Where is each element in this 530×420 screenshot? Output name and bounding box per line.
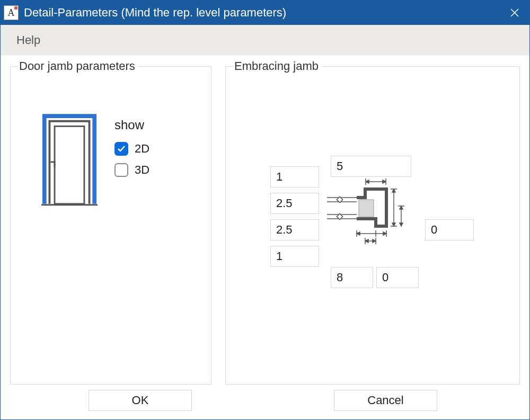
close-icon [510,8,519,17]
dialog-body: Door jamb parameters [1,56,529,419]
close-button[interactable] [500,1,529,25]
checkbox-3d[interactable]: 3D [114,163,149,177]
app-icon-letter: A [8,7,15,19]
title-bar: A Detail-Parameters (Mind the rep. level… [1,1,529,25]
jamb-param-area: 5 1 2.5 2.5 1 0 8 0 [233,81,512,303]
app-icon: A [4,5,19,20]
svg-marker-22 [392,223,395,226]
svg-rect-6 [359,200,374,217]
checkbox-3d-box [114,163,128,177]
input-right[interactable]: 0 [425,219,474,240]
svg-marker-25 [400,206,403,209]
checkbox-3d-label: 3D [135,163,149,177]
panel-door-jamb-title: Door jamb parameters [18,59,138,73]
panel-embracing-jamb: Embracing jamb 5 1 2.5 2.5 1 0 8 0 [225,66,520,385]
door-icon [41,112,98,208]
checkbox-2d[interactable]: 2D [114,142,149,156]
svg-marker-37 [373,239,376,243]
svg-marker-36 [365,239,368,243]
svg-marker-26 [400,223,403,226]
input-left-1[interactable]: 1 [270,166,319,187]
dialog-window: A Detail-Parameters (Mind the rep. level… [0,0,530,420]
ok-button[interactable]: OK [89,390,192,411]
input-left-3[interactable]: 2.5 [270,219,319,240]
menu-help[interactable]: Help [11,30,46,50]
panel-embracing-jamb-title: Embracing jamb [233,59,322,73]
dialog-footer: OK Cancel [10,385,520,412]
input-bottom-right[interactable]: 0 [376,267,419,288]
svg-marker-11 [383,180,386,183]
cancel-button[interactable]: Cancel [334,390,437,411]
window-title: Detail-Parameters (Mind the rep. level p… [24,6,500,20]
checkbox-2d-box [114,142,128,156]
svg-marker-32 [383,232,386,235]
svg-marker-21 [392,189,395,192]
svg-marker-31 [357,232,360,235]
input-top-width[interactable]: 5 [331,156,411,177]
check-icon [117,145,126,153]
menu-bar: Help [1,25,529,56]
show-group: show 2D 3D [114,112,149,184]
panel-door-jamb: Door jamb parameters [10,66,211,385]
jamb-diagram-icon [327,178,409,263]
input-left-2[interactable]: 2.5 [270,193,319,214]
input-left-4[interactable]: 1 [270,246,319,267]
show-label: show [114,118,149,132]
checkbox-2d-label: 2D [135,142,149,156]
svg-rect-2 [55,126,84,203]
svg-marker-10 [366,180,369,183]
input-bottom-left[interactable]: 8 [331,267,373,288]
